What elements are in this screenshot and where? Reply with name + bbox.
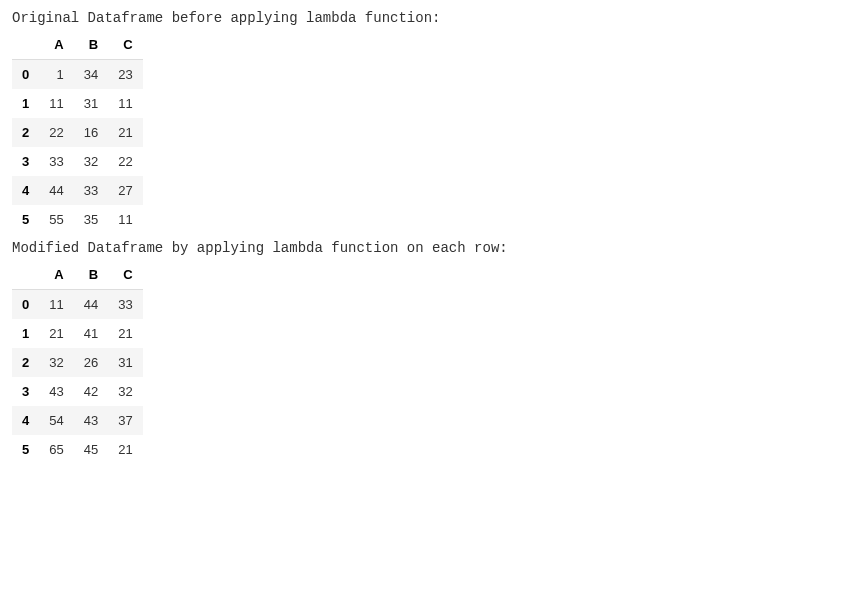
- table-row: 3 43 42 32: [12, 377, 143, 406]
- cell: 45: [74, 435, 108, 464]
- dataframe-original: A B C 0 1 34 23 1 11 31 11 2 22 16 21 3 …: [12, 30, 143, 234]
- cell: 55: [39, 205, 73, 234]
- dataframe-modified: A B C 0 11 44 33 1 21 41 21 2 32 26 31 3…: [12, 260, 143, 464]
- cell: 21: [108, 435, 142, 464]
- cell: 22: [108, 147, 142, 176]
- cell: 11: [39, 290, 73, 320]
- cell: 26: [74, 348, 108, 377]
- cell: 44: [39, 176, 73, 205]
- cell: 31: [108, 348, 142, 377]
- table-row: 1 21 41 21: [12, 319, 143, 348]
- cell: 41: [74, 319, 108, 348]
- col-header: C: [108, 260, 142, 290]
- row-index: 2: [12, 118, 39, 147]
- cell: 21: [108, 118, 142, 147]
- table-row: 3 33 32 22: [12, 147, 143, 176]
- cell: 44: [74, 290, 108, 320]
- cell: 33: [108, 290, 142, 320]
- cell: 37: [108, 406, 142, 435]
- cell: 54: [39, 406, 73, 435]
- cell: 11: [108, 205, 142, 234]
- cell: 42: [74, 377, 108, 406]
- col-header: A: [39, 260, 73, 290]
- cell: 21: [108, 319, 142, 348]
- table-row: 2 32 26 31: [12, 348, 143, 377]
- table-row: 4 44 33 27: [12, 176, 143, 205]
- table-row: 0 1 34 23: [12, 60, 143, 90]
- cell: 31: [74, 89, 108, 118]
- corner-cell: [12, 30, 39, 60]
- cell: 65: [39, 435, 73, 464]
- cell: 33: [39, 147, 73, 176]
- row-index: 4: [12, 176, 39, 205]
- cell: 11: [108, 89, 142, 118]
- col-header: B: [74, 30, 108, 60]
- table-row: 5 65 45 21: [12, 435, 143, 464]
- cell: 23: [108, 60, 142, 90]
- cell: 1: [39, 60, 73, 90]
- cell: 32: [74, 147, 108, 176]
- row-index: 0: [12, 60, 39, 90]
- table-row: 4 54 43 37: [12, 406, 143, 435]
- cell: 34: [74, 60, 108, 90]
- cell: 32: [39, 348, 73, 377]
- cell: 33: [74, 176, 108, 205]
- row-index: 5: [12, 205, 39, 234]
- row-index: 1: [12, 89, 39, 118]
- table-row: 2 22 16 21: [12, 118, 143, 147]
- cell: 43: [39, 377, 73, 406]
- corner-cell: [12, 260, 39, 290]
- cell: 11: [39, 89, 73, 118]
- table-row: 5 55 35 11: [12, 205, 143, 234]
- cell: 32: [108, 377, 142, 406]
- row-index: 3: [12, 147, 39, 176]
- row-index: 3: [12, 377, 39, 406]
- output-label-after: Modified Dataframe by applying lambda fu…: [12, 240, 830, 256]
- cell: 27: [108, 176, 142, 205]
- cell: 22: [39, 118, 73, 147]
- row-index: 1: [12, 319, 39, 348]
- table-row: 0 11 44 33: [12, 290, 143, 320]
- row-index: 0: [12, 290, 39, 320]
- output-label-before: Original Dataframe before applying lambd…: [12, 10, 830, 26]
- cell: 16: [74, 118, 108, 147]
- table-row: 1 11 31 11: [12, 89, 143, 118]
- cell: 43: [74, 406, 108, 435]
- row-index: 5: [12, 435, 39, 464]
- cell: 35: [74, 205, 108, 234]
- row-index: 2: [12, 348, 39, 377]
- row-index: 4: [12, 406, 39, 435]
- col-header: C: [108, 30, 142, 60]
- col-header: B: [74, 260, 108, 290]
- col-header: A: [39, 30, 73, 60]
- cell: 21: [39, 319, 73, 348]
